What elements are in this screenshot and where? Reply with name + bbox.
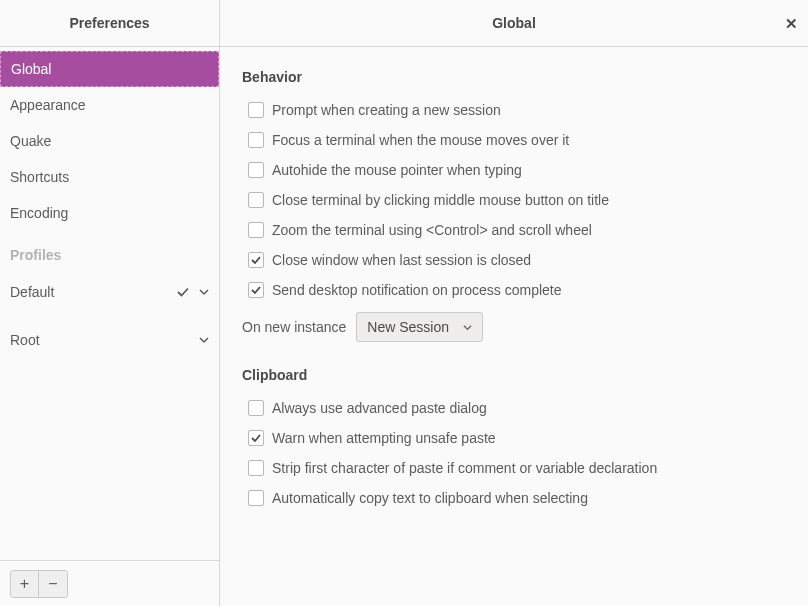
combo-value: New Session — [367, 319, 449, 335]
checkbox[interactable] — [248, 132, 264, 148]
option-label: Close terminal by clicking middle mouse … — [272, 192, 609, 208]
option-label: Send desktop notification on process com… — [272, 282, 562, 298]
option-label: Warn when attempting unsafe paste — [272, 430, 496, 446]
option-autohide-pointer[interactable]: Autohide the mouse pointer when typing — [242, 155, 786, 185]
sidebar-item-label: Global — [11, 61, 51, 77]
sidebar: Preferences Global Appearance Quake Shor… — [0, 0, 220, 606]
checkbox[interactable] — [248, 162, 264, 178]
sidebar-item-global[interactable]: Global — [0, 51, 219, 87]
sidebar-footer: + − — [0, 560, 219, 606]
option-label: Prompt when creating a new session — [272, 102, 501, 118]
option-close-on-last-session[interactable]: Close window when last session is closed — [242, 245, 786, 275]
profile-item-root[interactable]: Root — [0, 319, 219, 361]
sidebar-item-label: Encoding — [10, 205, 68, 221]
close-icon: ✕ — [785, 15, 798, 33]
option-focus-on-mouseover[interactable]: Focus a terminal when the mouse moves ov… — [242, 125, 786, 155]
sidebar-item-label: Quake — [10, 133, 51, 149]
sidebar-item-shortcuts[interactable]: Shortcuts — [0, 159, 219, 195]
option-advanced-paste[interactable]: Always use advanced paste dialog — [242, 393, 786, 423]
checkbox[interactable] — [248, 282, 264, 298]
on-new-instance-row: On new instance New Session — [242, 305, 786, 349]
sidebar-item-label: Shortcuts — [10, 169, 69, 185]
checkbox[interactable] — [248, 460, 264, 476]
checkbox[interactable] — [248, 252, 264, 268]
checkbox[interactable] — [248, 192, 264, 208]
add-profile-button[interactable]: + — [11, 571, 39, 597]
sidebar-item-quake[interactable]: Quake — [0, 123, 219, 159]
sidebar-item-encoding[interactable]: Encoding — [0, 195, 219, 231]
checkbox[interactable] — [248, 490, 264, 506]
content-pane: Global ✕ Behavior Prompt when creating a… — [220, 0, 808, 606]
close-button[interactable]: ✕ — [785, 0, 798, 47]
chevron-down-icon — [463, 323, 472, 332]
chevron-down-icon[interactable] — [199, 335, 209, 345]
option-label: Close window when last session is closed — [272, 252, 531, 268]
behavior-section-title: Behavior — [242, 69, 786, 85]
sidebar-item-label: Appearance — [10, 97, 86, 113]
option-label: Strip first character of paste if commen… — [272, 460, 657, 476]
option-close-middle-click[interactable]: Close terminal by clicking middle mouse … — [242, 185, 786, 215]
on-new-instance-combo[interactable]: New Session — [356, 312, 483, 342]
checkbox[interactable] — [248, 102, 264, 118]
profile-icons — [177, 286, 209, 298]
option-strip-first-char[interactable]: Strip first character of paste if commen… — [242, 453, 786, 483]
page-title: Global — [492, 15, 536, 31]
option-label: Focus a terminal when the mouse moves ov… — [272, 132, 569, 148]
check-icon — [177, 286, 189, 298]
profile-icons — [199, 335, 209, 345]
content-header: Global ✕ — [220, 0, 808, 47]
content-body: Behavior Prompt when creating a new sess… — [220, 47, 808, 606]
clipboard-section-title: Clipboard — [242, 367, 786, 383]
option-label: Always use advanced paste dialog — [272, 400, 487, 416]
option-zoom-ctrl-scroll[interactable]: Zoom the terminal using <Control> and sc… — [242, 215, 786, 245]
option-warn-unsafe-paste[interactable]: Warn when attempting unsafe paste — [242, 423, 786, 453]
option-label: Zoom the terminal using <Control> and sc… — [272, 222, 592, 238]
checkbox[interactable] — [248, 400, 264, 416]
checkbox[interactable] — [248, 222, 264, 238]
profile-name: Root — [10, 332, 199, 348]
sidebar-item-appearance[interactable]: Appearance — [0, 87, 219, 123]
option-prompt-new-session[interactable]: Prompt when creating a new session — [242, 95, 786, 125]
checkbox[interactable] — [248, 430, 264, 446]
sidebar-title: Preferences — [0, 0, 219, 47]
option-label: Autohide the mouse pointer when typing — [272, 162, 522, 178]
option-auto-copy-selection[interactable]: Automatically copy text to clipboard whe… — [242, 483, 786, 513]
profiles-section-label: Profiles — [0, 231, 219, 271]
profile-item-default[interactable]: Default — [0, 271, 219, 313]
option-label: Automatically copy text to clipboard whe… — [272, 490, 588, 506]
chevron-down-icon[interactable] — [199, 287, 209, 297]
profile-add-remove-group: + − — [10, 570, 68, 598]
remove-profile-button[interactable]: − — [39, 571, 67, 597]
preferences-window: Preferences Global Appearance Quake Shor… — [0, 0, 808, 606]
profile-name: Default — [10, 284, 177, 300]
on-new-instance-label: On new instance — [242, 319, 346, 335]
option-desktop-notification[interactable]: Send desktop notification on process com… — [242, 275, 786, 305]
sidebar-list: Global Appearance Quake Shortcuts Encodi… — [0, 47, 219, 560]
